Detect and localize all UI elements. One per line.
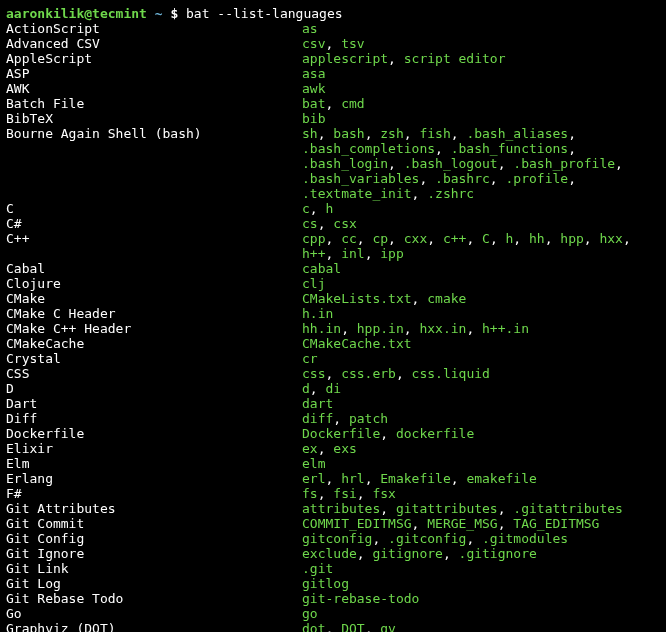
language-name: Git Attributes bbox=[6, 501, 302, 516]
separator: , bbox=[388, 51, 404, 66]
language-name: D bbox=[6, 381, 302, 396]
extension: gitconfig bbox=[302, 531, 372, 546]
extension: fsi bbox=[333, 486, 356, 501]
language-row: CSScss, css.erb, css.liquid bbox=[6, 366, 660, 381]
language-name: Diff bbox=[6, 411, 302, 426]
prompt-cwd: ~ bbox=[155, 6, 163, 21]
separator: , bbox=[380, 426, 396, 441]
extension: cpp bbox=[302, 231, 325, 246]
extension: .gitignore bbox=[459, 546, 537, 561]
language-extensions: hh.in, hpp.in, hxx.in, h++.in bbox=[302, 321, 654, 336]
extension: h++.in bbox=[482, 321, 529, 336]
separator: , bbox=[466, 321, 482, 336]
extension: awk bbox=[302, 81, 325, 96]
language-name: Crystal bbox=[6, 351, 302, 366]
language-name: Batch File bbox=[6, 96, 302, 111]
language-row: Cabalcabal bbox=[6, 261, 660, 276]
extension: c bbox=[302, 201, 310, 216]
language-row: Graphviz (DOT)dot, DOT, gv bbox=[6, 621, 660, 632]
extension: .bash_profile bbox=[513, 156, 615, 171]
extension: TAG_EDITMSG bbox=[513, 516, 599, 531]
separator: , bbox=[365, 621, 381, 632]
prompt-line[interactable]: aaronkilik@tecmint ~ $ bat --list-langua… bbox=[6, 6, 660, 21]
language-extensions: exclude, gitignore, .gitignore bbox=[302, 546, 654, 561]
language-row: Bourne Again Shell (bash)sh, bash, zsh, … bbox=[6, 126, 660, 201]
extension: .bash_logout bbox=[404, 156, 498, 171]
separator: , bbox=[396, 366, 412, 381]
language-row: Dd, di bbox=[6, 381, 660, 396]
language-name: Git Log bbox=[6, 576, 302, 591]
separator: , bbox=[466, 231, 482, 246]
language-row: CMakeCacheCMakeCache.txt bbox=[6, 336, 660, 351]
language-name: ASP bbox=[6, 66, 302, 81]
language-name: Clojure bbox=[6, 276, 302, 291]
separator: , bbox=[412, 516, 428, 531]
extension: hxx.in bbox=[419, 321, 466, 336]
language-extensions: gitlog bbox=[302, 576, 654, 591]
language-row: ASPasa bbox=[6, 66, 660, 81]
extension: asa bbox=[302, 66, 325, 81]
extension: COMMIT_EDITMSG bbox=[302, 516, 412, 531]
language-name: Git Config bbox=[6, 531, 302, 546]
language-extensions: cabal bbox=[302, 261, 654, 276]
separator: , bbox=[318, 216, 334, 231]
extension: go bbox=[302, 606, 318, 621]
extension: bat bbox=[302, 96, 325, 111]
language-extensions: go bbox=[302, 606, 654, 621]
language-name: Bourne Again Shell (bash) bbox=[6, 126, 302, 141]
language-row: BibTeXbib bbox=[6, 111, 660, 126]
separator: , bbox=[451, 471, 467, 486]
extension: .bash_completions bbox=[302, 141, 435, 156]
extension: cabal bbox=[302, 261, 341, 276]
language-name: BibTeX bbox=[6, 111, 302, 126]
separator: , bbox=[388, 231, 404, 246]
separator: , bbox=[451, 126, 467, 141]
extension: MERGE_MSG bbox=[427, 516, 497, 531]
separator: , bbox=[365, 471, 381, 486]
extension: cp bbox=[372, 231, 388, 246]
extension: inl bbox=[341, 246, 364, 261]
extension: hh bbox=[529, 231, 545, 246]
language-row: Dartdart bbox=[6, 396, 660, 411]
extension: cmake bbox=[427, 291, 466, 306]
language-row: Crystalcr bbox=[6, 351, 660, 366]
language-name: Elm bbox=[6, 456, 302, 471]
language-name: Git Commit bbox=[6, 516, 302, 531]
language-extensions: ex, exs bbox=[302, 441, 654, 456]
separator: , bbox=[357, 231, 373, 246]
separator: , bbox=[365, 246, 381, 261]
language-name: C# bbox=[6, 216, 302, 231]
language-row: Batch Filebat, cmd bbox=[6, 96, 660, 111]
extension: patch bbox=[349, 411, 388, 426]
extension: h bbox=[325, 201, 333, 216]
extension: .bash_aliases bbox=[466, 126, 568, 141]
language-extensions: .git bbox=[302, 561, 654, 576]
extension: clj bbox=[302, 276, 325, 291]
separator: , bbox=[419, 171, 435, 186]
extension: zsh bbox=[380, 126, 403, 141]
separator: , bbox=[388, 156, 404, 171]
language-row: Git Configgitconfig, .gitconfig, .gitmod… bbox=[6, 531, 660, 546]
extension: .zshrc bbox=[427, 186, 474, 201]
language-extensions: h.in bbox=[302, 306, 654, 321]
extension: fsx bbox=[372, 486, 395, 501]
language-extensions: git-rebase-todo bbox=[302, 591, 654, 606]
extension: gv bbox=[380, 621, 396, 632]
extension: css bbox=[302, 366, 325, 381]
language-name: Erlang bbox=[6, 471, 302, 486]
separator: , bbox=[341, 321, 357, 336]
extension: h++ bbox=[302, 246, 325, 261]
extension: exs bbox=[333, 441, 356, 456]
separator: , bbox=[412, 291, 428, 306]
language-name: C bbox=[6, 201, 302, 216]
separator: , bbox=[318, 126, 334, 141]
extension: dart bbox=[302, 396, 333, 411]
language-name: Advanced CSV bbox=[6, 36, 302, 51]
extension: sh bbox=[302, 126, 318, 141]
extension: script editor bbox=[404, 51, 506, 66]
extension: .textmate_init bbox=[302, 186, 412, 201]
extension: .profile bbox=[506, 171, 569, 186]
extension: DOT bbox=[341, 621, 364, 632]
language-name: F# bbox=[6, 486, 302, 501]
language-extensions: attributes, gitattributes, .gitattribute… bbox=[302, 501, 654, 516]
